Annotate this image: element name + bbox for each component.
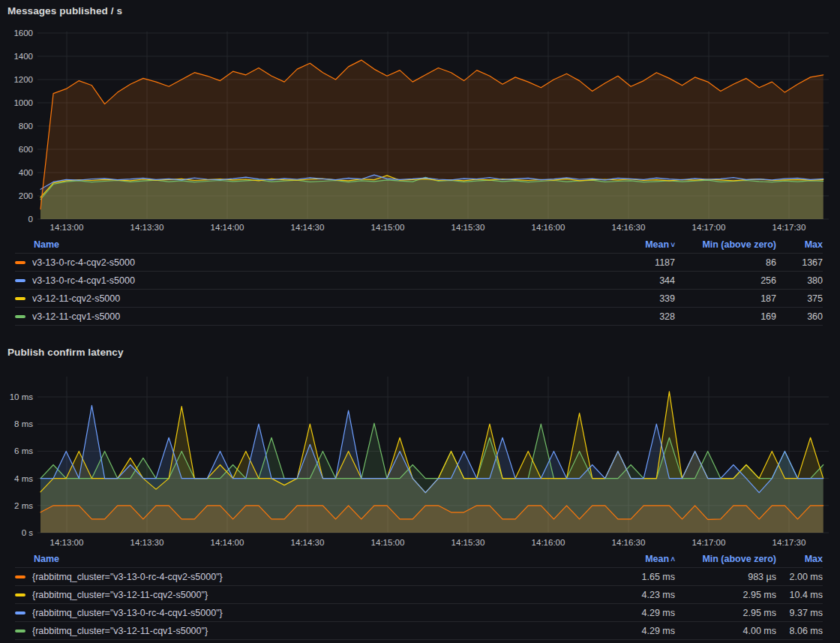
svg-text:10 ms: 10 ms bbox=[10, 392, 34, 401]
svg-text:14:16:30: 14:16:30 bbox=[612, 538, 646, 547]
series-color-swatch[interactable] bbox=[15, 261, 26, 264]
y-axis-labels: 02004006008001000120014001600 bbox=[14, 29, 33, 224]
series-color-swatch[interactable] bbox=[15, 575, 26, 578]
series-name[interactable]: {rabbitmq_cluster="v3-13-0-rc-4-cqv1-s50… bbox=[32, 608, 585, 618]
svg-text:400: 400 bbox=[19, 168, 33, 177]
svg-text:1600: 1600 bbox=[14, 29, 33, 38]
series-color-swatch[interactable] bbox=[15, 611, 26, 614]
series-color-swatch[interactable] bbox=[15, 279, 26, 282]
series-area-fills bbox=[40, 60, 824, 219]
svg-text:800: 800 bbox=[19, 122, 33, 131]
series-area-fills bbox=[40, 392, 824, 533]
series-min-value: 256 bbox=[675, 275, 776, 286]
x-axis-labels: 14:13:0014:13:3014:14:0014:14:3014:15:00… bbox=[50, 538, 806, 547]
y-axis-labels: 0 s2 ms4 ms6 ms8 ms10 ms bbox=[10, 392, 34, 537]
legend-header-max[interactable]: Max bbox=[776, 239, 823, 250]
svg-text:14:16:30: 14:16:30 bbox=[612, 223, 646, 232]
legend-header-min[interactable]: Min (above zero) bbox=[675, 239, 776, 250]
series-color-swatch[interactable] bbox=[15, 315, 26, 318]
legend-header-name[interactable]: Name bbox=[15, 239, 585, 250]
svg-text:14:17:00: 14:17:00 bbox=[692, 538, 726, 547]
series-min-value: 169 bbox=[675, 311, 776, 322]
series-min-value: 86 bbox=[675, 257, 776, 268]
legend-header-row: NameMean˄Min (above zero)Max bbox=[15, 551, 823, 568]
legend-table-messages: NameMean˅Min (above zero)Maxv3-13-0-rc-4… bbox=[0, 236, 840, 326]
series-mean-value: 4.29 ms bbox=[585, 608, 675, 618]
series-mean-value: 1187 bbox=[585, 257, 675, 268]
svg-text:14:14:00: 14:14:00 bbox=[211, 538, 244, 547]
svg-text:14:15:00: 14:15:00 bbox=[371, 223, 405, 232]
series-min-value: 983 µs bbox=[675, 572, 776, 582]
svg-text:600: 600 bbox=[19, 145, 33, 154]
svg-text:14:17:30: 14:17:30 bbox=[772, 538, 806, 547]
svg-text:14:15:00: 14:15:00 bbox=[371, 538, 405, 547]
legend-row[interactable]: v3-12-11-cqv2-s5000339187375 bbox=[15, 290, 823, 308]
legend-row[interactable]: {rabbitmq_cluster="v3-12-11-cqv1-s5000"}… bbox=[15, 622, 823, 640]
svg-text:14:15:30: 14:15:30 bbox=[452, 223, 485, 232]
legend-header-mean[interactable]: Mean˅ bbox=[585, 239, 675, 250]
svg-text:14:17:00: 14:17:00 bbox=[692, 223, 726, 232]
svg-text:14:14:00: 14:14:00 bbox=[211, 223, 244, 232]
svg-text:14:13:30: 14:13:30 bbox=[130, 223, 164, 232]
legend-header-name[interactable]: Name bbox=[15, 554, 585, 564]
svg-text:14:13:30: 14:13:30 bbox=[130, 538, 164, 547]
svg-text:14:15:30: 14:15:30 bbox=[452, 538, 485, 547]
series-max-value: 360 bbox=[776, 311, 823, 322]
svg-text:14:14:30: 14:14:30 bbox=[291, 538, 325, 547]
legend-row[interactable]: {rabbitmq_cluster="v3-12-11-cqv2-s5000"}… bbox=[15, 586, 823, 604]
legend-header-min[interactable]: Min (above zero) bbox=[675, 554, 776, 564]
svg-text:1000: 1000 bbox=[14, 98, 33, 107]
legend-row[interactable]: v3-13-0-rc-4-cqv2-s50001187861367 bbox=[15, 254, 823, 272]
legend-table-latency: NameMean˄Min (above zero)Max{rabbitmq_cl… bbox=[0, 551, 840, 640]
svg-text:200: 200 bbox=[19, 191, 33, 200]
legend-header-mean-label: Mean bbox=[645, 239, 669, 250]
svg-text:14:13:00: 14:13:00 bbox=[50, 223, 84, 232]
svg-text:8 ms: 8 ms bbox=[14, 419, 33, 428]
series-mean-value: 4.29 ms bbox=[585, 626, 675, 636]
series-name[interactable]: v3-12-11-cqv1-s5000 bbox=[32, 311, 585, 322]
panel-title[interactable]: Messages published / s bbox=[0, 0, 840, 23]
series-name[interactable]: {rabbitmq_cluster="v3-12-11-cqv1-s5000"} bbox=[32, 626, 585, 636]
series-name[interactable]: {rabbitmq_cluster="v3-12-11-cqv2-s5000"} bbox=[32, 590, 585, 600]
legend-row[interactable]: {rabbitmq_cluster="v3-13-0-rc-4-cqv2-s50… bbox=[15, 568, 823, 586]
svg-text:4 ms: 4 ms bbox=[14, 474, 33, 483]
series-mean-value: 4.23 ms bbox=[585, 590, 675, 600]
series-color-swatch[interactable] bbox=[15, 629, 26, 632]
series-min-value: 4.00 ms bbox=[675, 626, 776, 636]
svg-text:14:17:30: 14:17:30 bbox=[772, 223, 806, 232]
series-mean-value: 339 bbox=[585, 293, 675, 304]
series-name[interactable]: {rabbitmq_cluster="v3-13-0-rc-4-cqv2-s50… bbox=[32, 572, 585, 582]
series-color-swatch[interactable] bbox=[15, 593, 26, 596]
series-min-value: 2.95 ms bbox=[675, 608, 776, 618]
series-name[interactable]: v3-13-0-rc-4-cqv1-s5000 bbox=[32, 275, 585, 286]
svg-text:6 ms: 6 ms bbox=[14, 446, 33, 455]
series-mean-value: 344 bbox=[585, 275, 675, 286]
legend-header-mean[interactable]: Mean˄ bbox=[585, 554, 675, 564]
svg-text:14:13:00: 14:13:00 bbox=[50, 538, 84, 547]
series-mean-value: 328 bbox=[585, 311, 675, 322]
series-min-value: 187 bbox=[675, 293, 776, 304]
legend-header-max[interactable]: Max bbox=[776, 554, 823, 564]
series-mean-value: 1.65 ms bbox=[585, 572, 675, 582]
series-max-value: 380 bbox=[776, 275, 823, 286]
legend-row[interactable]: {rabbitmq_cluster="v3-13-0-rc-4-cqv1-s50… bbox=[15, 604, 823, 622]
svg-text:0 s: 0 s bbox=[22, 528, 34, 537]
legend-header-row: NameMean˅Min (above zero)Max bbox=[15, 236, 823, 254]
legend-row[interactable]: v3-12-11-cqv1-s5000328169360 bbox=[15, 308, 823, 326]
legend-row[interactable]: v3-13-0-rc-4-cqv1-s5000344256380 bbox=[15, 272, 823, 290]
series-max-value: 375 bbox=[776, 293, 823, 304]
series-max-value: 9.37 ms bbox=[776, 608, 823, 618]
svg-text:2 ms: 2 ms bbox=[14, 501, 33, 510]
svg-text:0: 0 bbox=[28, 215, 33, 224]
x-axis-labels: 14:13:0014:13:3014:14:0014:14:3014:15:00… bbox=[50, 223, 806, 232]
series-max-value: 10.4 ms bbox=[776, 590, 823, 600]
series-name[interactable]: v3-13-0-rc-4-cqv2-s5000 bbox=[32, 257, 585, 268]
panel-publish-confirm-latency: Publish confirm latency 0 s2 ms4 ms6 ms8… bbox=[0, 339, 840, 640]
panel-title[interactable]: Publish confirm latency bbox=[0, 339, 840, 363]
legend-header-mean-label: Mean bbox=[645, 554, 669, 564]
series-color-swatch[interactable] bbox=[15, 297, 26, 300]
series-name[interactable]: v3-12-11-cqv2-s5000 bbox=[32, 293, 585, 304]
timeseries-chart-messages[interactable]: 0200400600800100012001400160014:13:0014:… bbox=[0, 23, 840, 236]
timeseries-chart-latency[interactable]: 0 s2 ms4 ms6 ms8 ms10 ms14:13:0014:13:30… bbox=[0, 363, 840, 551]
series-min-value: 2.95 ms bbox=[675, 590, 776, 600]
